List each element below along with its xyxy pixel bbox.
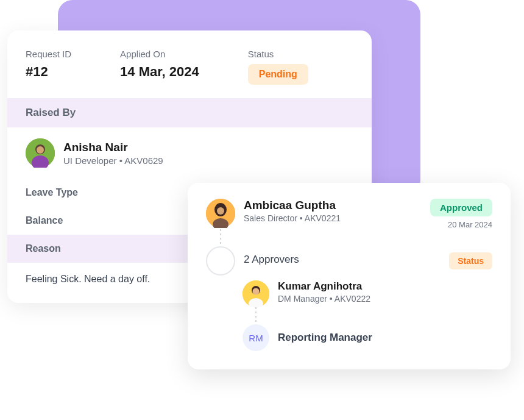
approver-row-1[interactable]: Ambicaa Guptha Sales Director • AKV0221 … — [206, 199, 492, 229]
user-name: Anisha Nair — [63, 141, 163, 154]
avatar — [206, 199, 235, 228]
raised-by-user[interactable]: Anisha Nair UI Developer • AKV0629 — [7, 127, 372, 179]
connector-line — [220, 229, 221, 246]
avatar — [243, 280, 269, 307]
user-subtitle: UI Developer • AKV0629 — [63, 155, 163, 166]
approver-info: Kumar Agnihotra DM Manager • AKV0222 — [278, 280, 492, 304]
approver-name: Ambicaa Guptha — [244, 199, 422, 212]
approver-name: Kumar Agnihotra — [278, 280, 492, 293]
applied-on-block: Applied On 14 Mar, 2024 — [120, 49, 199, 85]
svg-point-3 — [37, 146, 44, 154]
status-block: Status Pending — [248, 49, 308, 85]
approvers-card: Ambicaa Guptha Sales Director • AKV0221 … — [188, 183, 511, 369]
person-icon — [26, 138, 55, 168]
user-info: Anisha Nair UI Developer • AKV0629 — [63, 141, 163, 166]
svg-point-10 — [253, 288, 260, 295]
raised-by-header: Raised By — [7, 98, 372, 127]
avatar-placeholder — [206, 246, 235, 276]
approver-info: Ambicaa Guptha Sales Director • AKV0221 — [244, 199, 422, 223]
approvers-count-label: 2 Approvers — [244, 246, 441, 266]
person-icon — [243, 280, 269, 307]
connector-line — [255, 307, 257, 324]
request-header: Request ID #12 Applied On 14 Mar, 2024 S… — [7, 30, 372, 98]
applied-on-label: Applied On — [120, 49, 199, 59]
nested-approvers: Kumar Agnihotra DM Manager • AKV0222 RM … — [243, 280, 492, 351]
status-column-label: Status — [449, 252, 492, 269]
reporting-manager-label: Reporting Manager — [278, 332, 372, 344]
request-id-value: #12 — [26, 64, 71, 80]
svg-point-6 — [217, 207, 224, 215]
approvers-count-row: 2 Approvers Status — [206, 246, 492, 276]
request-id-block: Request ID #12 — [26, 49, 71, 85]
status-label: Status — [248, 49, 308, 59]
approver-row-2[interactable]: Kumar Agnihotra DM Manager • AKV0222 — [243, 280, 492, 307]
status-badge-approved: Approved — [430, 199, 492, 216]
request-id-label: Request ID — [26, 49, 71, 59]
reporting-manager-row[interactable]: RM Reporting Manager — [243, 324, 492, 351]
person-icon — [206, 199, 235, 228]
avatar — [26, 138, 55, 168]
avatar-initials: RM — [243, 324, 269, 351]
approver-status-block: Approved 20 Mar 2024 — [430, 199, 492, 229]
status-badge-pending: Pending — [248, 64, 308, 85]
approver-subtitle: Sales Director • AKV0221 — [244, 213, 422, 223]
approval-date: 20 Mar 2024 — [448, 220, 492, 229]
applied-on-value: 14 Mar, 2024 — [120, 64, 199, 80]
approver-subtitle: DM Manager • AKV0222 — [278, 294, 492, 304]
